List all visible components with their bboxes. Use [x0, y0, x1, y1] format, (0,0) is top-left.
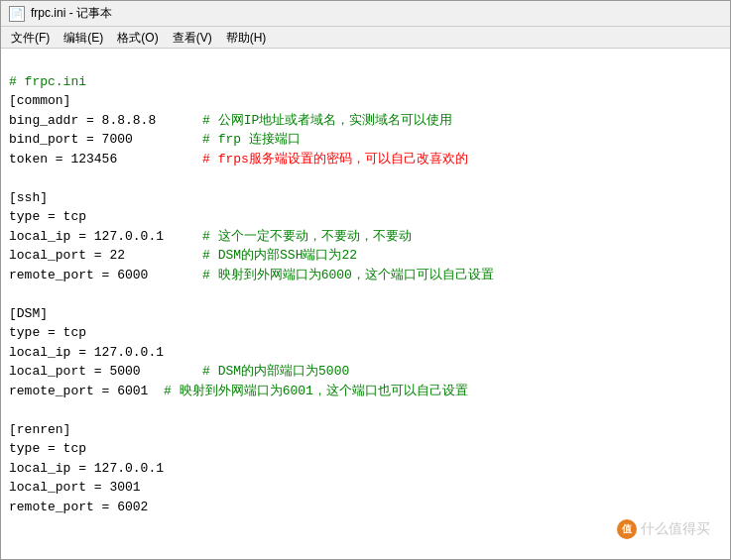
menu-format[interactable]: 格式(O)	[111, 29, 164, 46]
line-10: local_port = 22 # DSM的内部SSH端口为22	[9, 248, 357, 263]
line-5: token = 123456 # frps服务端设置的密码，可以自己改喜欢的	[9, 152, 468, 167]
line-18	[9, 402, 17, 417]
app-icon: 📄	[9, 6, 25, 22]
title-bar: 📄 frpc.ini - 记事本	[1, 1, 730, 27]
line-13: [DSM]	[9, 306, 48, 321]
text-editor-area[interactable]: # frpc.ini [common] bing_addr = 8.8.8.8 …	[1, 49, 730, 559]
menu-bar: 文件(F) 编辑(E) 格式(O) 查看(V) 帮助(H)	[1, 27, 730, 49]
line-11: remote_port = 6000 # 映射到外网端口为6000，这个端口可以…	[9, 268, 494, 282]
line-21: local_ip = 127.0.0.1	[9, 461, 164, 476]
menu-help[interactable]: 帮助(H)	[220, 29, 273, 46]
menu-view[interactable]: 查看(V)	[167, 29, 218, 46]
line-7: [ssh]	[9, 190, 48, 205]
line-17: remote_port = 6001 # 映射到外网端口为6001，这个端口也可…	[9, 384, 468, 398]
line-19: [renren]	[9, 422, 70, 437]
line-6	[9, 170, 17, 185]
line-16: local_port = 5000 # DSM的内部端口为5000	[9, 364, 349, 379]
line-12	[9, 286, 17, 301]
line-3: bing_addr = 8.8.8.8 # 公网IP地址或者域名，实测域名可以使…	[9, 113, 452, 128]
line-2: [common]	[9, 93, 70, 108]
menu-edit[interactable]: 编辑(E)	[58, 29, 109, 46]
notepad-window: 📄 frpc.ini - 记事本 文件(F) 编辑(E) 格式(O) 查看(V)…	[0, 0, 731, 560]
line-1: # frpc.ini	[9, 74, 86, 89]
code-block: # frpc.ini [common] bing_addr = 8.8.8.8 …	[9, 53, 722, 536]
line-8: type = tcp	[9, 209, 86, 224]
line-4: bind_port = 7000 # frp 连接端口	[9, 132, 301, 147]
line-22: local_port = 3001	[9, 480, 141, 495]
line-15: local_ip = 127.0.0.1	[9, 345, 164, 360]
menu-file[interactable]: 文件(F)	[5, 29, 56, 46]
window-title: frpc.ini - 记事本	[31, 5, 112, 22]
line-9: local_ip = 127.0.0.1 # 这个一定不要动，不要动，不要动	[9, 229, 412, 244]
line-23: remote_port = 6002	[9, 500, 148, 514]
line-20: type = tcp	[9, 441, 86, 456]
line-14: type = tcp	[9, 325, 86, 340]
